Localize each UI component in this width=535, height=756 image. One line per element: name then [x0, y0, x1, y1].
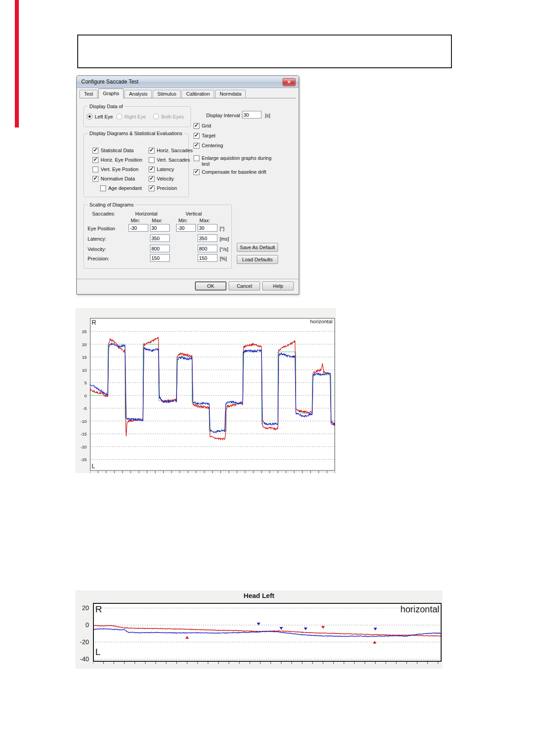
checkbox-label: Vert. Saccades [157, 157, 190, 163]
centering-checkbox[interactable]: ✓Centering [194, 143, 223, 149]
checkbox-box: ✓ [194, 143, 199, 149]
display-interval-unit: [s] [265, 113, 270, 118]
chart2-left-label: L [95, 646, 101, 657]
right-eye-radio[interactable]: Right Eye [116, 114, 146, 119]
vert-eye-position-checkbox[interactable]: Vert. Eye Postion [93, 167, 138, 172]
y-tick-label: -15 [80, 431, 87, 436]
velocity-unit: [°/s] [220, 246, 228, 252]
latency-v-max-input[interactable] [198, 234, 217, 242]
y-tick-label: 25 [82, 329, 87, 334]
h-max-header: Max: [152, 218, 163, 223]
velocity-checkbox[interactable]: ✓Velocity [149, 176, 174, 182]
tab-normdata[interactable]: Normdata [215, 90, 246, 98]
group-legend: Display Data of [88, 104, 125, 109]
eye-position-unit: [°] [220, 226, 225, 231]
tab-graphs[interactable]: Graphs [98, 88, 124, 98]
ok-button[interactable]: OK [195, 281, 226, 290]
tab-analysis[interactable]: Analysis [124, 90, 152, 98]
horiz-saccades-checkbox[interactable]: ✓Horiz. Saccades [149, 148, 193, 154]
statistical-data-checkbox[interactable]: ✓Statistical Data [93, 148, 133, 154]
checkbox-box [100, 185, 106, 191]
precision-h-max-input[interactable] [150, 254, 170, 262]
checkbox-box: ✓ [194, 169, 199, 175]
velocity-v-max-input[interactable] [198, 245, 217, 252]
checkbox-label: Compensate for baseline drift [202, 169, 266, 175]
radio-label: Both Eyes [161, 114, 184, 119]
tab-label: Graphs [103, 91, 119, 96]
radio-dot [87, 114, 93, 119]
h-min-header: Min: [131, 218, 140, 223]
help-button[interactable]: Help [262, 281, 294, 290]
horiz-eye-position-checkbox[interactable]: ✓Horiz. Eye Position [93, 157, 142, 163]
tab-label: Calibration [186, 91, 210, 97]
checkbox-box: ✓ [149, 148, 155, 154]
checkbox-label: Precision [157, 185, 177, 191]
precision-unit: [%] [220, 256, 227, 261]
y-tick-label: 20 [82, 342, 87, 347]
vert-saccades-checkbox[interactable]: Vert. Saccades [149, 157, 190, 163]
checkbox-box [194, 155, 199, 161]
checkbox-box: ✓ [93, 148, 98, 154]
eye-position-h-max-input[interactable] [150, 224, 170, 232]
chart1-left-label: L [92, 462, 95, 470]
y-tick-label: 0 [85, 621, 89, 629]
checkbox-label: Velocity [157, 176, 174, 182]
checkbox-label: Enlarge aquistion graphs during test [202, 155, 278, 167]
checkbox-label: Horiz. Eye Position [101, 157, 142, 163]
normative-data-checkbox[interactable]: ✓Normative Data [93, 176, 135, 182]
saccades-row-header: Saccades: [92, 211, 115, 216]
load-defaults-button[interactable]: Load Defaults [237, 255, 278, 264]
tab-label: Stimulus [157, 91, 176, 97]
chart1-right-label: R [92, 319, 96, 326]
both-eyes-radio[interactable]: Both Eyes [153, 114, 184, 119]
target-checkbox[interactable]: ✓Target [194, 133, 216, 139]
tab-label: Analysis [129, 91, 147, 97]
grid-checkbox[interactable]: ✓Grid [194, 123, 211, 129]
precision-v-max-input[interactable] [198, 254, 217, 262]
checkbox-label: Statistical Data [101, 148, 133, 154]
eye-position-h-min-input[interactable] [128, 224, 148, 232]
y-tick-label: 10 [82, 367, 87, 372]
chart2-right-label: R [95, 604, 102, 615]
eye-position-row-label: Eye Position [88, 226, 115, 231]
tab-stimulus[interactable]: Stimulus [153, 90, 181, 98]
age-dependant-checkbox[interactable]: Age dependant [100, 185, 142, 191]
manual-page: { "page": { "annotation_bar_color": "#e8… [0, 0, 535, 756]
checkbox-box: ✓ [149, 185, 155, 191]
precision-checkbox[interactable]: ✓Precision [149, 185, 177, 191]
vertical-col-header: Vertical [186, 211, 202, 216]
save-as-default-button[interactable]: Save As Default [237, 243, 278, 252]
checkbox-label: Horiz. Saccades [157, 148, 193, 154]
baseline-drift-checkbox[interactable]: ✓Compensate for baseline drift [194, 169, 283, 175]
latency-h-max-input[interactable] [150, 234, 170, 242]
checkbox-box: ✓ [194, 123, 199, 129]
chart1-horizontal-label: horizontal [243, 319, 332, 324]
y-tick-label: -40 [80, 655, 89, 663]
y-tick-label: 5 [84, 380, 87, 385]
red-annotation-bar [15, 0, 19, 127]
close-button[interactable]: ✕ [283, 78, 296, 86]
eye-position-v-min-input[interactable] [176, 224, 196, 232]
tab-strip: Test Graphs Analysis Stimulus Calibratio… [80, 88, 296, 98]
checkbox-label: Target [202, 133, 216, 139]
y-tick-label: 15 [82, 355, 87, 360]
chart2-horizontal-label: horizontal [332, 604, 439, 615]
checkbox-box: ✓ [194, 133, 199, 139]
display-interval-input[interactable] [242, 111, 261, 119]
radio-dot [153, 114, 159, 119]
latency-checkbox[interactable]: ✓Latency [149, 167, 174, 172]
dialog-titlebar[interactable]: Configure Saccade Test ✕ [77, 76, 299, 88]
latency-row-label: Latency: [88, 236, 106, 242]
velocity-h-max-input[interactable] [150, 245, 170, 252]
tab-test[interactable]: Test [80, 90, 97, 98]
checkbox-label: Centering [202, 143, 223, 149]
cancel-button[interactable]: Cancel [229, 281, 260, 290]
y-tick-label: -5 [83, 406, 87, 411]
tab-calibration[interactable]: Calibration [181, 90, 214, 98]
enlarge-graphs-checkbox[interactable]: Enlarge aquistion graphs during test [194, 155, 278, 167]
precision-row-label: Precision: [88, 256, 109, 261]
dialog-title: Configure Saccade Test [81, 79, 138, 85]
group-legend: Scaling of Diagrams [88, 202, 135, 207]
left-eye-radio[interactable]: Left Eye [87, 114, 113, 119]
eye-position-v-max-input[interactable] [198, 224, 217, 232]
